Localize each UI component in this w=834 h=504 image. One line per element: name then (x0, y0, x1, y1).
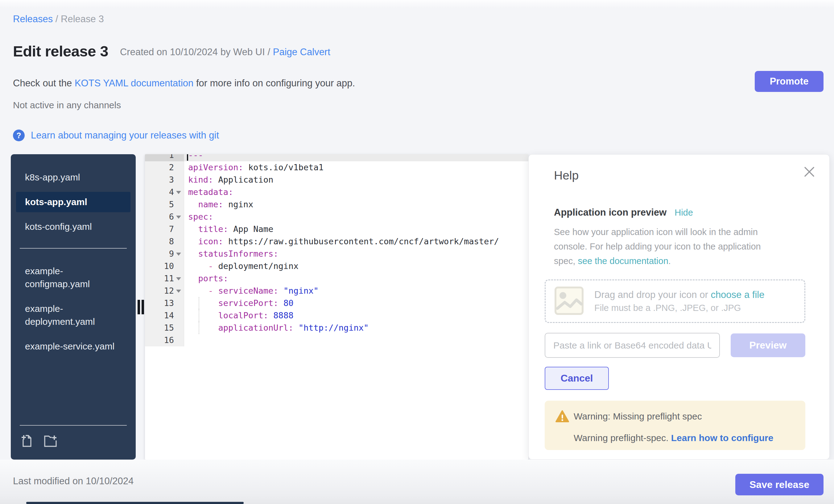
kots-yaml-doc-link[interactable]: KOTS YAML documentation (75, 78, 193, 89)
author-link[interactable]: Paige Calvert (273, 47, 330, 57)
gutter-cell: 11 (145, 272, 184, 285)
promote-button[interactable]: Promote (755, 71, 824, 92)
see-documentation-link[interactable]: see the documentation (578, 256, 668, 266)
icon-url-input[interactable] (545, 333, 720, 358)
cancel-button[interactable]: Cancel (545, 367, 609, 390)
gutter-cell: 12 (145, 285, 184, 297)
code-cell: spec: (184, 211, 528, 223)
add-file-icon[interactable] (20, 434, 34, 449)
editor-lines: 1---2apiVersion: kots.io/v1beta13kind: A… (145, 154, 528, 346)
file-item-example-service.yaml[interactable]: example-service.yaml (16, 336, 130, 356)
editor-line[interactable]: 2apiVersion: kots.io/v1beta1 (145, 161, 528, 174)
choose-file-link[interactable]: choose a file (711, 289, 764, 300)
code-cell: statusInformers: (184, 248, 528, 260)
gutter-cell: 8 (145, 235, 184, 248)
fold-arrow-icon[interactable] (174, 211, 181, 223)
code-cell: localPort: 8888 (184, 309, 528, 322)
editor-line[interactable]: 5 name: nginx (145, 198, 528, 211)
icon-preview-section-header: Application icon preview Hide (554, 207, 693, 218)
file-item-label: example-service.yaml (25, 340, 114, 353)
indent-guide (199, 297, 199, 309)
line-number: 4 (169, 186, 174, 198)
hide-link[interactable]: Hide (675, 207, 693, 218)
file-item-example-deployment.yaml[interactable]: example-deployment.yaml (16, 299, 130, 332)
code-text: spec: (188, 212, 213, 221)
git-releases-link[interactable]: Learn about managing your releases with … (31, 130, 219, 141)
code-cell: title: App Name (184, 223, 528, 235)
learn-how-to-configure-link[interactable]: Learn how to configure (671, 433, 773, 443)
code-text: - serviceName: "nginx" (188, 286, 319, 295)
file-item-k8s-app.yaml[interactable]: k8s-app.yaml (16, 167, 130, 188)
editor-line[interactable]: 3kind: Application (145, 174, 528, 186)
help-panel: Help Application icon preview Hide See h… (528, 154, 830, 460)
sidebar-splitter-handle[interactable] (141, 300, 144, 314)
gutter-cell: 15 (145, 322, 184, 334)
code-cell: name: nginx (184, 198, 528, 211)
breadcrumb-releases-link[interactable]: Releases (13, 14, 53, 24)
code-cell: apiVersion: kots.io/v1beta1 (184, 161, 528, 174)
dropzone-text: Drag and drop your icon or choose a file… (594, 289, 764, 313)
fold-arrow-icon[interactable] (174, 248, 181, 260)
workspace: k8s-app.yamlkots-app.yamlkots-config.yam… (0, 154, 834, 460)
editor-line[interactable]: 7 title: App Name (145, 223, 528, 235)
code-text: statusInformers: (188, 249, 279, 259)
editor-line[interactable]: 16 (145, 334, 528, 346)
editor-line[interactable]: 15 applicationUrl: "http://nginx" (145, 322, 528, 334)
preview-button[interactable]: Preview (731, 333, 805, 357)
editor-line[interactable]: 8 icon: https://raw.githubusercontent.co… (145, 235, 528, 248)
editor-line[interactable]: 9 statusInformers: (145, 248, 528, 260)
line-number: 1 (169, 154, 174, 161)
breadcrumb: Releases / Release 3 (13, 14, 104, 25)
editor-line[interactable]: 1--- (145, 154, 528, 161)
editor-line[interactable]: 4metadata: (145, 186, 528, 198)
gutter-cell: 16 (145, 334, 184, 346)
file-item-example-configmap.yaml[interactable]: example-configmap.yaml (16, 261, 130, 294)
add-folder-icon[interactable] (43, 434, 58, 449)
line-number: 15 (164, 322, 174, 334)
icon-preview-description: See how your application icon will look … (554, 225, 767, 268)
line-number: 3 (169, 174, 174, 186)
yaml-editor[interactable]: 1---2apiVersion: kots.io/v1beta13kind: A… (145, 154, 528, 460)
line-number: 9 (169, 248, 174, 260)
code-text: applicationUrl: "http://nginx" (188, 323, 369, 332)
icon-dropzone[interactable]: Drag and drop your icon or choose a file… (545, 280, 805, 323)
code-cell: applicationUrl: "http://nginx" (184, 322, 528, 334)
line-number: 5 (169, 198, 174, 211)
fold-spacer (174, 260, 181, 272)
code-text: icon: https://raw.githubusercontent.com/… (188, 237, 499, 246)
editor-line[interactable]: 11 ports: (145, 272, 528, 285)
editor-line[interactable]: 6spec: (145, 211, 528, 223)
code-cell (184, 334, 528, 346)
line-number: 10 (164, 260, 174, 272)
fold-arrow-icon[interactable] (174, 272, 181, 285)
gutter-cell: 9 (145, 248, 184, 260)
indent-guide (199, 322, 199, 334)
file-item-label: k8s-app.yaml (25, 171, 80, 184)
line-number: 13 (164, 297, 174, 309)
line-number: 8 (169, 235, 174, 248)
code-text: ports: (188, 273, 228, 283)
fold-spacer (174, 235, 181, 248)
sidebar-splitter-handle[interactable] (137, 300, 140, 314)
code-text: name: nginx (188, 200, 253, 209)
file-item-kots-app.yaml[interactable]: kots-app.yaml (16, 192, 130, 212)
doc-hint-suffix: for more info on configuring your app. (193, 78, 355, 89)
gutter-cell: 3 (145, 174, 184, 186)
editor-line[interactable]: 13 servicePort: 80 (145, 297, 528, 309)
editor-line[interactable]: 12 - serviceName: "nginx" (145, 285, 528, 297)
gutter-cell: 10 (145, 260, 184, 272)
file-item-kots-config.yaml[interactable]: kots-config.yaml (16, 217, 130, 237)
close-icon[interactable] (802, 165, 816, 179)
code-cell: ports: (184, 272, 528, 285)
fold-arrow-icon[interactable] (174, 186, 181, 198)
icon-preview-title: Application icon preview (554, 207, 666, 218)
editor-line[interactable]: 10 - deployment/nginx (145, 260, 528, 272)
save-release-button[interactable]: Save release (735, 474, 824, 495)
fold-spacer (174, 161, 181, 174)
editor-line[interactable]: 14 localPort: 8888 (145, 309, 528, 322)
fold-arrow-icon[interactable] (174, 285, 181, 297)
fold-spacer (174, 154, 181, 161)
breadcrumb-current: Release 3 (61, 14, 104, 24)
line-number: 16 (164, 334, 174, 346)
line-number: 11 (164, 272, 174, 285)
